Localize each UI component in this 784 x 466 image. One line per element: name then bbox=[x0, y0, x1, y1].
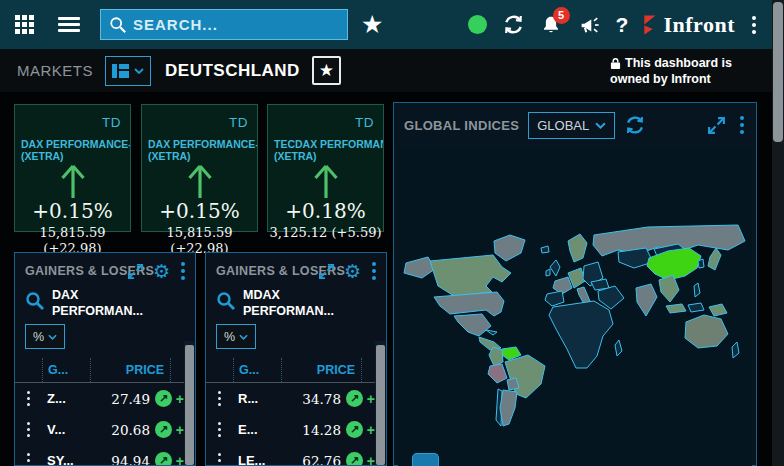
percent-change: +0.15% bbox=[142, 199, 257, 223]
region-select[interactable]: GLOBAL bbox=[528, 112, 615, 139]
plus-indicator: + bbox=[363, 453, 375, 466]
menu-icon[interactable] bbox=[58, 14, 80, 35]
table-row[interactable]: LE... 62.76 ↗ + bbox=[206, 445, 375, 466]
favorite-dashboard-button[interactable]: ★ bbox=[312, 56, 341, 85]
search-input[interactable] bbox=[133, 16, 323, 33]
percent-change: +0.18% bbox=[268, 199, 383, 223]
ticker-card-dax-2[interactable]: TD DAX PERFORMANCE-I ... (XETRA) +0.15% … bbox=[141, 104, 258, 232]
row-price: 20.68 bbox=[90, 422, 155, 438]
instrument-name: DAX PERFORMANCE-I ... bbox=[15, 138, 130, 150]
td-badge: TD bbox=[102, 115, 121, 130]
mode-select[interactable]: % bbox=[25, 324, 65, 349]
instrument-search[interactable]: DAX PERFORMAN... bbox=[15, 286, 195, 319]
row-handle-icon[interactable] bbox=[206, 420, 233, 439]
table-row[interactable]: V... 20.68 ↗ + bbox=[15, 414, 184, 445]
trend-up-arrow-icon bbox=[142, 163, 257, 199]
column-price[interactable]: PRICE bbox=[90, 358, 170, 382]
panel-scrollbar[interactable] bbox=[375, 341, 386, 465]
plus-indicator: + bbox=[363, 422, 375, 438]
column-name[interactable]: G... bbox=[42, 358, 90, 382]
notification-badge: 5 bbox=[553, 7, 570, 24]
expand-icon[interactable] bbox=[707, 116, 726, 135]
row-ticker: LE... bbox=[233, 453, 281, 466]
apps-grid-icon[interactable] bbox=[15, 15, 34, 34]
row-handle-icon[interactable] bbox=[206, 451, 233, 466]
table-row[interactable]: SY... 94.94 ↗ + bbox=[15, 445, 184, 466]
dashboard-toolbar: MARKETS DEUTSCHLAND ★ This dashboard is … bbox=[0, 49, 772, 92]
table-header[interactable]: G... PRICE bbox=[15, 358, 184, 383]
plus-indicator: + bbox=[363, 391, 375, 407]
search-icon bbox=[216, 291, 236, 311]
row-price: 94.94 bbox=[90, 453, 155, 466]
connection-status-dot bbox=[468, 15, 487, 34]
world-map[interactable] bbox=[398, 149, 752, 466]
settings-gear-icon[interactable]: ⚙ bbox=[344, 262, 361, 281]
expand-icon[interactable] bbox=[318, 263, 335, 280]
instrument-label: DAX PERFORMAN... bbox=[52, 288, 170, 319]
help-icon[interactable]: ? bbox=[616, 13, 629, 37]
row-ticker: Z... bbox=[42, 391, 90, 406]
row-ticker: V... bbox=[42, 422, 90, 437]
trend-up-arrow-icon bbox=[15, 163, 130, 199]
refresh-icon[interactable] bbox=[624, 114, 646, 136]
price-up-icon: ↗ bbox=[346, 390, 363, 407]
panel-menu-icon[interactable] bbox=[179, 260, 187, 282]
percent-change: +0.15% bbox=[15, 199, 130, 223]
row-handle-icon[interactable] bbox=[15, 389, 42, 408]
price-up-icon: ↗ bbox=[155, 390, 172, 407]
table-row[interactable]: Z... 27.49 ↗ + bbox=[15, 383, 184, 414]
table-header[interactable]: G... PRICE bbox=[206, 358, 375, 383]
map-zoom-in-button[interactable] bbox=[412, 453, 439, 466]
mode-select[interactable]: % bbox=[216, 324, 256, 349]
refresh-icon[interactable] bbox=[502, 13, 525, 36]
instrument-name: DAX PERFORMANCE-I ... bbox=[142, 138, 257, 150]
favorites-star-icon[interactable]: ★ bbox=[361, 12, 383, 37]
td-badge: TD bbox=[229, 115, 248, 130]
row-price: 14.28 bbox=[281, 422, 346, 438]
star-icon: ★ bbox=[319, 60, 334, 81]
instrument-search[interactable]: MDAX PERFORMAN... bbox=[206, 286, 386, 319]
window-scrollbar[interactable] bbox=[772, 0, 784, 466]
row-ticker: E... bbox=[233, 422, 281, 437]
panel-menu-icon[interactable] bbox=[370, 260, 378, 282]
price-up-icon: ↗ bbox=[155, 452, 172, 466]
plus-indicator: + bbox=[172, 453, 184, 466]
announcements-megaphone-icon[interactable] bbox=[577, 14, 601, 36]
row-ticker: R... bbox=[233, 391, 281, 406]
scrollbar-thumb[interactable] bbox=[773, 2, 783, 142]
panel-scrollbar[interactable] bbox=[184, 341, 195, 465]
row-handle-icon[interactable] bbox=[206, 389, 233, 408]
row-price: 27.49 bbox=[90, 391, 155, 407]
table-row[interactable]: E... 14.28 ↗ + bbox=[206, 414, 375, 445]
search-box[interactable] bbox=[100, 9, 348, 40]
infront-dashboard: ★ 5 bbox=[0, 0, 784, 466]
lock-icon bbox=[610, 57, 621, 70]
settings-gear-icon[interactable]: ⚙ bbox=[153, 262, 170, 281]
chevron-down-icon bbox=[134, 68, 144, 74]
chevron-down-icon bbox=[48, 334, 57, 340]
ticker-card-dax-1[interactable]: TD DAX PERFORMANCE-I ... (XETRA) +0.15% … bbox=[14, 104, 131, 232]
overflow-menu-icon[interactable] bbox=[750, 14, 758, 36]
price-up-icon: ↗ bbox=[346, 452, 363, 466]
ticker-card-tecdax[interactable]: TD TECDAX PERFORMANC ... (XETRA) +0.18% … bbox=[267, 104, 384, 232]
notifications-bell-icon[interactable]: 5 bbox=[540, 14, 562, 36]
td-badge: TD bbox=[355, 115, 374, 130]
row-handle-icon[interactable] bbox=[15, 420, 42, 439]
layout-selector[interactable] bbox=[105, 56, 151, 86]
panel-menu-icon[interactable] bbox=[738, 114, 746, 136]
exchange-label: (XETRA) bbox=[268, 150, 383, 162]
row-handle-icon[interactable] bbox=[15, 451, 42, 466]
expand-icon[interactable] bbox=[127, 263, 144, 280]
search-icon bbox=[25, 291, 45, 311]
row-price: 34.78 bbox=[281, 391, 346, 407]
top-bar: ★ 5 bbox=[0, 0, 784, 49]
exchange-label: (XETRA) bbox=[15, 150, 130, 162]
dashboard-title: DEUTSCHLAND bbox=[165, 61, 300, 81]
column-price[interactable]: PRICE bbox=[281, 358, 361, 382]
infront-logo[interactable]: Infront bbox=[643, 12, 735, 38]
row-price: 62.76 bbox=[281, 453, 346, 466]
table-row[interactable]: R... 34.78 ↗ + bbox=[206, 383, 375, 414]
chevron-down-icon bbox=[239, 334, 248, 340]
column-name[interactable]: G... bbox=[233, 358, 281, 382]
row-ticker: SY... bbox=[42, 453, 90, 466]
